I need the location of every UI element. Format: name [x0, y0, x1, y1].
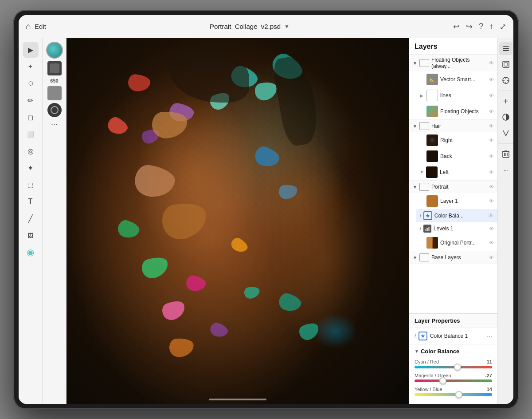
layer-thumb — [426, 150, 438, 162]
more-tools-button[interactable]: ··· — [51, 120, 58, 129]
device-frame: ⌂ Edit Portrait_Collage_v2.psd ▼ ↩ ↪ ? ↑… — [13, 10, 519, 409]
layer-more-button[interactable]: ··· — [487, 332, 492, 340]
eye-icon[interactable]: 👁 — [489, 60, 494, 66]
right-hair-layer[interactable]: Right 👁 — [416, 132, 497, 148]
levels1-label: Levels 1 — [434, 225, 487, 232]
back-hair-layer[interactable]: Back 👁 — [416, 148, 497, 164]
cyan-red-slider-row: Cyan / Red 11 — [415, 359, 492, 368]
top-bar: ⌂ Edit Portrait_Collage_v2.psd ▼ ↩ ↪ ? ↑… — [19, 15, 513, 38]
transform-tool[interactable]: ⬜ — [23, 126, 39, 142]
yellow-blue-thumb[interactable] — [455, 391, 462, 398]
canvas-area[interactable] — [66, 38, 409, 404]
magenta-green-slider[interactable] — [415, 379, 492, 382]
mask-button[interactable] — [499, 111, 512, 124]
layer-properties-name: Color Balance 1 — [430, 333, 485, 339]
levels1-layer[interactable]: f Levels 1 👁 — [416, 222, 497, 235]
eye-icon[interactable]: 👁 — [489, 93, 494, 98]
eye-icon[interactable]: 👁 — [489, 184, 494, 190]
smudge-tool[interactable]: ✦ — [23, 160, 39, 176]
undo-button[interactable]: ↩ — [453, 22, 460, 32]
edit-button[interactable]: Edit — [35, 23, 46, 30]
adjustment-props-icon — [419, 332, 427, 340]
vector-smart-layer[interactable]: 📐 Vector Smart... 👁 — [416, 71, 497, 87]
eye-icon[interactable]: 👁 — [489, 109, 494, 114]
magenta-green-thumb[interactable] — [439, 377, 446, 384]
eye-icon[interactable]: 👁 — [489, 138, 494, 143]
marquee-tool[interactable]: ⬡ — [23, 75, 39, 91]
floating-objects-layer[interactable]: Floating Objects 👁 — [416, 103, 497, 119]
properties-panel-button[interactable] — [499, 58, 512, 71]
help-button[interactable]: ? — [479, 22, 483, 31]
folder-icon — [419, 183, 429, 191]
magenta-green-label: Magenta / Green — [415, 373, 451, 378]
fx-button[interactable] — [499, 126, 512, 140]
eye-icon[interactable]: 👁 — [489, 123, 494, 129]
layer-thumb — [426, 134, 438, 146]
svg-rect-3 — [503, 46, 509, 47]
layer-thumb: 📐 — [426, 74, 438, 85]
chevron-down-icon: ▼ — [413, 124, 417, 129]
adjustments-panel-button[interactable] — [499, 74, 512, 87]
color-patches — [66, 38, 409, 404]
folder-thumb — [426, 90, 438, 101]
add-layer-button[interactable]: + — [499, 95, 512, 108]
eye-icon[interactable]: 👁 — [489, 198, 494, 204]
brush-preview[interactable] — [46, 42, 63, 59]
brush-tool[interactable]: ✏ — [23, 92, 39, 108]
file-chevron-icon[interactable]: ▼ — [284, 24, 289, 30]
eraser-tool[interactable]: ◻ — [23, 109, 39, 125]
layer-thumb — [426, 106, 438, 117]
erase-icon[interactable] — [47, 103, 62, 117]
base-layers-header[interactable]: ▼ Base Layers 👁 — [409, 251, 497, 264]
cyan-red-thumb[interactable] — [454, 364, 461, 371]
gradient-tool[interactable]: ╱ — [23, 210, 39, 226]
floating-objects-group: ▼ Floating Objects (alway... 👁 📐 Vector … — [409, 55, 497, 120]
file-title[interactable]: Portrait_Collage_v2.psd — [210, 23, 281, 30]
color-picker-bottom[interactable]: ◉ — [23, 244, 39, 260]
add-tool[interactable]: + — [23, 59, 39, 75]
eye-icon[interactable]: 👁 — [489, 154, 494, 159]
more-options-button[interactable]: ··· — [499, 163, 512, 177]
redo-button[interactable]: ↪ — [466, 22, 473, 32]
f-label: f — [420, 226, 421, 231]
lines-layer[interactable]: ▶ lines 👁 — [416, 87, 497, 103]
color-balance-section: ▼ Color Balance Cyan / Red 11 — [409, 344, 497, 404]
delete-button[interactable] — [499, 147, 512, 161]
cyan-red-slider[interactable] — [415, 366, 492, 368]
select-tool[interactable]: ▶ — [23, 42, 39, 58]
eye-icon[interactable]: 👁 — [489, 240, 494, 245]
layer1-layer[interactable]: Layer 1 👁 — [416, 193, 497, 209]
portrait-group-header[interactable]: ▼ Portrait 👁 — [409, 181, 497, 193]
svg-rect-6 — [503, 61, 509, 67]
share-button[interactable]: ↑ — [489, 22, 493, 31]
color-balance-layer[interactable]: f Color Bala... 👁 — [416, 209, 497, 222]
layers-panel-button[interactable] — [499, 42, 512, 55]
floating-objects-header[interactable]: ▼ Floating Objects (alway... 👁 — [409, 55, 497, 71]
base-layers-label: Base Layers — [431, 254, 487, 261]
eye-crossed-icon[interactable]: 👁 — [488, 212, 494, 219]
home-button[interactable]: ⌂ — [26, 21, 31, 32]
yellow-blue-slider[interactable] — [415, 393, 492, 396]
cyan-red-label: Cyan / Red — [415, 359, 439, 364]
portrait-group-label: Portrait — [431, 184, 487, 190]
divider — [498, 91, 513, 91]
clone-tool[interactable]: ◎ — [23, 143, 39, 159]
svg-rect-5 — [503, 50, 509, 51]
left-hair-layer[interactable]: ▼ Left 👁 — [416, 164, 497, 180]
chevron-right-icon: ▶ — [420, 93, 424, 98]
eye-icon[interactable]: 👁 — [489, 170, 494, 175]
expand-button[interactable]: ⤢ — [500, 22, 506, 32]
image-tool[interactable]: 🖼 — [23, 227, 39, 243]
brush-shape-icon[interactable] — [47, 61, 62, 75]
hair-group-header[interactable]: ▼ Hair 👁 — [409, 120, 497, 132]
eye-icon[interactable]: 👁 — [489, 77, 494, 82]
text-tool[interactable]: T — [23, 194, 39, 210]
levels-icon — [423, 225, 431, 233]
opacity-control[interactable] — [47, 86, 62, 100]
eye-icon[interactable]: 👁 — [489, 255, 494, 260]
crop-tool[interactable]: ⬚ — [23, 177, 39, 193]
hair-group: ▼ Hair 👁 Right 👁 — [409, 120, 497, 181]
eye-icon[interactable]: 👁 — [489, 226, 494, 231]
layers-list: ▼ Floating Objects (alway... 👁 📐 Vector … — [409, 55, 497, 313]
original-portrait-layer[interactable]: Original Portr... 👁 — [416, 235, 497, 251]
